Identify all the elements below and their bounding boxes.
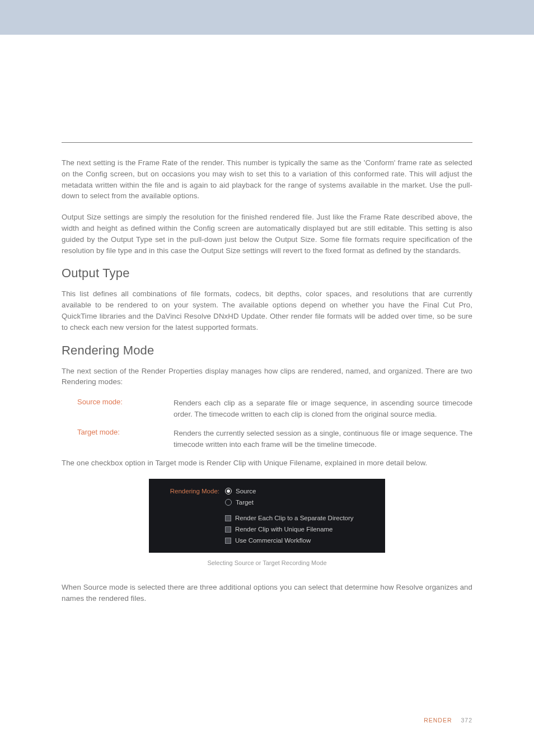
paragraph-rendering-mode-intro: The next section of the Render Propertie… xyxy=(62,366,472,388)
radio-target-icon[interactable] xyxy=(225,499,232,506)
heading-output-type: Output Type xyxy=(62,266,472,281)
paragraph-frame-rate: The next setting is the Frame Rate of th… xyxy=(62,157,472,202)
desc-source-mode: Renders each clip as a separate file or … xyxy=(174,398,472,420)
header-band xyxy=(0,0,534,35)
paragraph-output-type: This list defines all combinations of fi… xyxy=(62,288,472,333)
checkbox-commercial-label: Use Commercial Workflow xyxy=(235,537,311,544)
definition-list: Source mode: Renders each clip as a sepa… xyxy=(77,398,472,450)
checkbox-unique-icon[interactable] xyxy=(225,526,231,533)
figure-rendering-mode-panel: Rendering Mode: Source Target Render Eac… xyxy=(149,479,385,553)
checkbox-commercial-icon[interactable] xyxy=(225,538,231,544)
desc-target-mode: Renders the currently selected session a… xyxy=(174,428,472,450)
figure-caption: Selecting Source or Target Recording Mod… xyxy=(62,559,472,566)
radio-source-icon[interactable] xyxy=(225,488,232,494)
figure-row-commercial: Use Commercial Workflow xyxy=(149,535,385,546)
figure-row-source: Rendering Mode: Source xyxy=(149,486,385,497)
footer-section: RENDER xyxy=(424,717,452,724)
term-source-mode: Source mode: xyxy=(77,398,174,420)
footer-page-number: 372 xyxy=(461,717,472,724)
paragraph-output-size: Output Size settings are simply the reso… xyxy=(62,212,472,256)
term-target-mode: Target mode: xyxy=(77,428,174,450)
checkbox-separate-icon[interactable] xyxy=(225,515,231,521)
heading-rendering-mode: Rendering Mode xyxy=(62,343,472,358)
definition-source-mode: Source mode: Renders each clip as a sepa… xyxy=(77,398,472,420)
checkbox-unique-label: Render Clip with Unique Filename xyxy=(235,526,333,533)
radio-target-label: Target xyxy=(236,499,254,506)
figure-row-unique: Render Clip with Unique Filename xyxy=(149,524,385,535)
page-content: The next setting is the Frame Rate of th… xyxy=(0,142,534,604)
checkbox-separate-label: Render Each Clip to a Separate Directory xyxy=(235,515,354,521)
definition-target-mode: Target mode: Renders the currently selec… xyxy=(77,428,472,450)
radio-source-label: Source xyxy=(236,488,256,494)
page-footer: RENDER 372 xyxy=(424,717,472,724)
figure-row-separate: Render Each Clip to a Separate Directory xyxy=(149,512,385,524)
section-divider xyxy=(62,142,472,143)
figure-label: Rendering Mode: xyxy=(149,488,225,494)
paragraph-source-options: When Source mode is selected there are t… xyxy=(62,582,472,604)
figure-row-target: Target xyxy=(149,497,385,508)
paragraph-target-checkbox: The one checkbox option in Target mode i… xyxy=(62,458,472,469)
